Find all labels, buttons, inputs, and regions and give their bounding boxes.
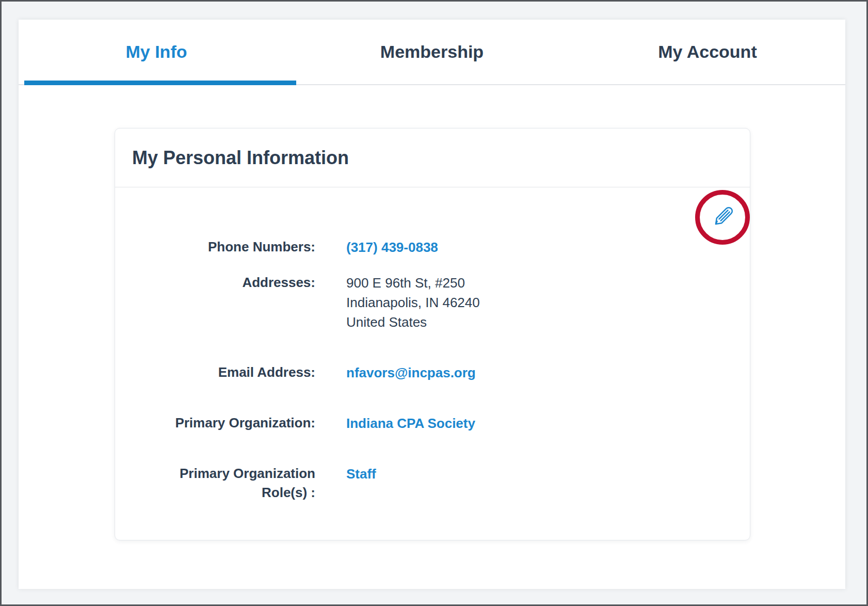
field-value-email-address[interactable]: nfavors@incpas.org xyxy=(346,365,476,380)
tab-membership[interactable]: Membership xyxy=(294,20,570,84)
field-row-primary-organization-roles: Primary Organization Role(s) :Staff xyxy=(132,464,729,502)
field-value-primary-organization-roles[interactable]: Staff xyxy=(346,466,376,482)
field-label: Addresses: xyxy=(132,273,315,332)
field-row-phone-numbers: Phone Numbers:(317) 439-0838 xyxy=(132,237,729,257)
card-title: My Personal Information xyxy=(132,147,349,169)
field-row-primary-organization: Primary Organization:Indiana CPA Society xyxy=(132,413,729,433)
field-value-wrap: 900 E 96th St, #250Indianapolis, IN 4624… xyxy=(346,273,729,332)
address-line: Indianapolis, IN 46240 xyxy=(346,293,729,312)
field-value-phone-numbers[interactable]: (317) 439-0838 xyxy=(346,240,438,255)
field-label: Primary Organization: xyxy=(132,413,315,433)
field-row-addresses: Addresses:900 E 96th St, #250Indianapoli… xyxy=(132,273,729,332)
pencil-icon xyxy=(710,204,736,230)
field-value-wrap: (317) 439-0838 xyxy=(346,237,729,257)
field-value-wrap: Staff xyxy=(346,464,729,502)
field-value-wrap: Indiana CPA Society xyxy=(346,413,729,433)
address-line: 900 E 96th St, #250 xyxy=(346,273,729,293)
active-tab-indicator xyxy=(24,81,296,85)
tab-label: My Info xyxy=(126,42,187,62)
content-panel: My InfoMembershipMy Account My Personal … xyxy=(19,20,845,589)
field-label: Phone Numbers: xyxy=(132,237,315,257)
field-value-primary-organization[interactable]: Indiana CPA Society xyxy=(346,416,475,431)
tab-my-info[interactable]: My Info xyxy=(19,20,294,84)
card-header: My Personal Information xyxy=(115,129,750,187)
tab-bar: My InfoMembershipMy Account xyxy=(19,20,845,85)
page-frame: My InfoMembershipMy Account My Personal … xyxy=(0,0,868,606)
field-value-wrap: nfavors@incpas.org xyxy=(346,363,729,382)
edit-button[interactable] xyxy=(709,202,737,231)
tab-my-account[interactable]: My Account xyxy=(570,20,845,84)
tab-label: My Account xyxy=(658,42,757,62)
field-label: Email Address: xyxy=(132,363,315,382)
personal-information-card: My Personal Information Phone Numbers:(3… xyxy=(115,128,750,540)
address-line: United States xyxy=(346,312,729,332)
field-row-email-address: Email Address:nfavors@incpas.org xyxy=(132,363,729,382)
tab-label: Membership xyxy=(380,42,484,62)
card-body: Phone Numbers:(317) 439-0838Addresses:90… xyxy=(115,187,750,502)
field-rows: Phone Numbers:(317) 439-0838Addresses:90… xyxy=(115,237,750,502)
field-label: Primary Organization Role(s) : xyxy=(132,464,315,502)
